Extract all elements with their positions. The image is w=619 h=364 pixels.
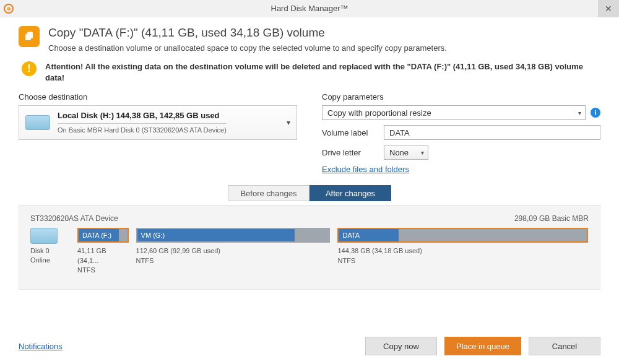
- disk-device-name: ST3320620AS ATA Device: [30, 214, 118, 223]
- partition[interactable]: DATA (F:)41,11 GB (34,1...NTFS: [77, 228, 129, 275]
- drive-letter-value: None: [389, 148, 409, 157]
- chevron-down-icon: ▾: [421, 149, 424, 156]
- footer: Notifications Copy now Place in queue Ca…: [0, 337, 619, 355]
- partition-size: 41,11 GB (34,1...: [77, 246, 129, 266]
- partition-label: DATA (F:): [79, 232, 111, 239]
- disk-layout-panel: ST3320620AS ATA Device 298,09 GB Basic M…: [19, 205, 600, 289]
- partition-label: VM (G:): [137, 232, 165, 239]
- partition-size: 112,60 GB (92,99 GB used): [136, 246, 331, 256]
- copy-mode-value: Copy with proportional resize: [327, 108, 431, 118]
- warning-text: Attention! All the existing data on the …: [45, 61, 600, 84]
- volume-label-label: Volume label: [322, 128, 384, 137]
- app-icon: [4, 4, 14, 14]
- copy-now-button[interactable]: Copy now: [365, 337, 437, 355]
- partition-bar[interactable]: DATA: [337, 228, 588, 243]
- exclude-files-link[interactable]: Exclude files and folders: [322, 165, 409, 174]
- chevron-down-icon: ▾: [287, 118, 290, 127]
- disk-status: Online: [30, 256, 69, 264]
- drive-letter-label: Drive letter: [322, 148, 384, 157]
- copy-mode-select[interactable]: Copy with proportional resize ▾: [322, 105, 586, 120]
- window-title: Hard Disk Manager™: [0, 4, 619, 13]
- chevron-down-icon: ▾: [578, 110, 581, 116]
- partition-filesystem: NTFS: [77, 266, 129, 275]
- destination-subtitle: On Basic MBR Hard Disk 0 (ST3320620AS AT…: [58, 123, 227, 134]
- tab-before-changes[interactable]: Before changes: [228, 185, 310, 201]
- title-bar: Hard Disk Manager™ ✕: [0, 0, 619, 17]
- page-subtitle: Choose a destination volume or unallocat…: [48, 43, 447, 53]
- disk-name: Disk 0: [30, 246, 69, 255]
- warning-banner: ! Attention! All the existing data on th…: [19, 61, 600, 84]
- partition-size: 144,38 GB (34,18 GB used): [337, 246, 588, 256]
- destination-selector[interactable]: Local Disk (H:) 144,38 GB, 142,85 GB use…: [19, 105, 297, 140]
- svg-rect-1: [27, 32, 33, 39]
- copy-parameters-label: Copy parameters: [322, 92, 600, 102]
- disk-summary: 298,09 GB Basic MBR: [514, 214, 589, 223]
- info-icon[interactable]: i: [591, 108, 600, 118]
- warning-icon: !: [22, 61, 37, 76]
- partition[interactable]: DATA144,38 GB (34,18 GB used)NTFS: [337, 228, 588, 275]
- close-button[interactable]: ✕: [598, 0, 619, 17]
- partition-bar[interactable]: VM (G:): [136, 228, 331, 243]
- cancel-button[interactable]: Cancel: [529, 337, 600, 355]
- partition-filesystem: NTFS: [337, 256, 588, 266]
- partition-bar[interactable]: DATA (F:): [77, 228, 129, 243]
- disk-icon: [25, 115, 50, 130]
- partition-label: DATA: [339, 232, 360, 239]
- destination-title: Local Disk (H:) 144,38 GB, 142,85 GB use…: [58, 111, 227, 121]
- partition[interactable]: VM (G:)112,60 GB (92,99 GB used)NTFS: [136, 228, 331, 275]
- choose-destination-label: Choose destination: [19, 92, 297, 102]
- notifications-link[interactable]: Notifications: [19, 342, 63, 351]
- place-in-queue-button[interactable]: Place in queue: [444, 337, 521, 355]
- disk-info: Disk 0 Online: [30, 228, 69, 264]
- partition-filesystem: NTFS: [136, 256, 331, 266]
- tab-after-changes[interactable]: After changes: [310, 185, 391, 201]
- volume-label-input[interactable]: [384, 125, 600, 140]
- disk-icon: [30, 228, 58, 244]
- drive-letter-select[interactable]: None ▾: [384, 145, 428, 160]
- changes-tabs: Before changes After changes: [228, 185, 391, 201]
- page-title: Copy "DATA (F:)" (41,11 GB, used 34,18 G…: [48, 26, 447, 40]
- copy-volume-icon: [19, 26, 40, 47]
